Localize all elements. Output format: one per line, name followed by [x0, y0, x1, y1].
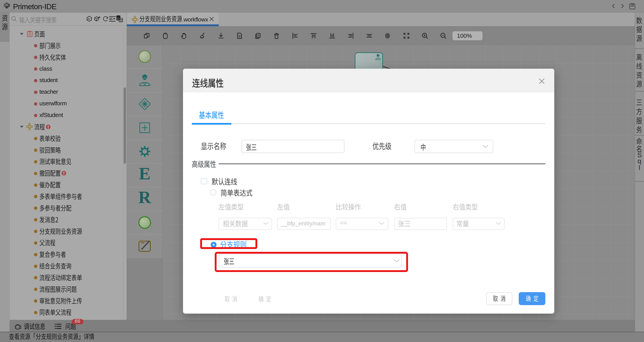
svg-text:R: R — [138, 188, 152, 207]
svg-text:E: E — [139, 164, 150, 183]
